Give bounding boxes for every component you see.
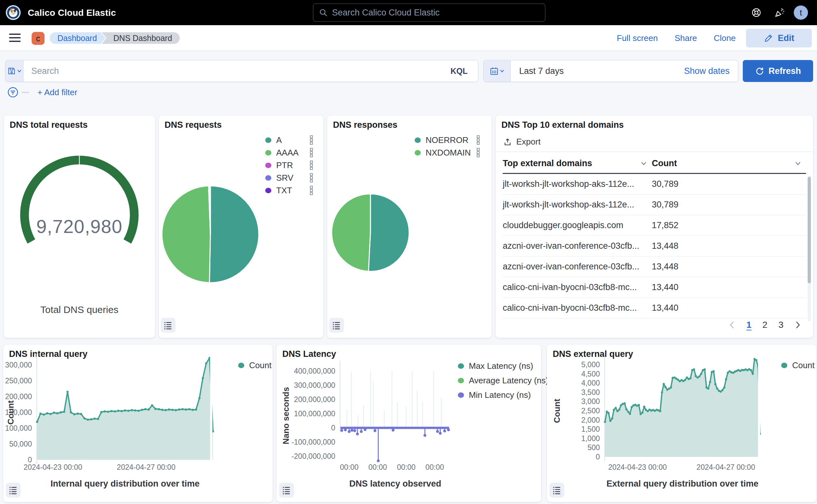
svg-text:2,500: 2,500 [581, 407, 600, 415]
export-button[interactable]: Export [503, 137, 540, 147]
legend-label: PTR [276, 160, 293, 170]
global-search-input[interactable] [332, 8, 539, 18]
menu-button[interactable] [9, 34, 21, 43]
gauge-caption: Total DNS queries [4, 304, 155, 315]
legend-item[interactable]: Max Latency (ns) [458, 361, 549, 370]
gauge-value: 9,720,980 [4, 216, 155, 237]
svg-text:5,000: 5,000 [581, 360, 600, 369]
clone-link[interactable]: Clone [714, 33, 736, 43]
add-filter-link[interactable]: + Add filter [37, 87, 77, 97]
full-screen-link[interactable]: Full screen [617, 33, 658, 43]
next-page-button[interactable] [794, 321, 802, 329]
kql-menu-button[interactable]: KQL [450, 66, 470, 76]
time-range-value[interactable]: Last 7 days [519, 66, 564, 76]
breadcrumb-dashboard[interactable]: Dashboard [50, 32, 101, 44]
calendar-icon [490, 67, 499, 76]
legend-item[interactable]: Count [238, 361, 271, 370]
panel-dns-top-domains: DNS Top 10 external domains Export Top e… [496, 116, 813, 338]
show-dates-link[interactable]: Show dates [684, 66, 730, 76]
saved-query-menu-button[interactable] [5, 60, 24, 82]
column-header-domains[interactable]: Top external domains [503, 157, 652, 170]
svg-text:400,000,000: 400,000,000 [294, 367, 335, 375]
legend-actions-icon[interactable] [309, 186, 314, 195]
panel-dns-external-query: DNS external query 05001,0001,5002,0002,… [547, 345, 816, 502]
count-cell: 17,852 [652, 220, 679, 230]
table-row[interactable]: jlt-worksh-jlt-workshop-aks-112e...30,78… [503, 195, 806, 215]
y-axis-title: Nano seconds [281, 378, 291, 453]
svg-text:00:00: 00:00 [426, 463, 444, 471]
legend-item[interactable]: A [265, 136, 314, 145]
legend-item[interactable]: Count [781, 361, 814, 370]
dns-external-query-chart[interactable]: 05001,0001,5002,0002,5003,0003,5004,0004… [547, 345, 816, 490]
legend-actions-icon[interactable] [476, 148, 480, 157]
svg-text:-100,000,000: -100,000,000 [291, 438, 335, 446]
calico-logo[interactable] [6, 5, 21, 20]
legend-item[interactable]: PTR [265, 161, 314, 170]
table-row[interactable]: azcni-over-ivan-conference-03cfb...13,44… [503, 257, 806, 277]
svg-text:200,000,000: 200,000,000 [294, 395, 335, 404]
legend-item[interactable]: NOERROR [415, 136, 480, 145]
pie-slice-AAAA[interactable] [162, 186, 210, 283]
domain-cell: azcni-over-ivan-conference-03cfb... [503, 241, 652, 251]
filter-icon[interactable] [7, 86, 19, 98]
pie-slice-NXDOMAIN[interactable] [332, 194, 370, 271]
table-header: Top external domains Count [503, 157, 806, 170]
table-row[interactable]: clouddebugger.googleapis.com17,852 [503, 215, 806, 236]
panel-options-button[interactable] [161, 318, 176, 333]
pie-slice-A[interactable] [209, 186, 259, 283]
share-link[interactable]: Share [675, 33, 697, 43]
page-number-3[interactable]: 3 [778, 320, 783, 330]
page-number-1[interactable]: 1 [746, 320, 751, 330]
panel-options-button[interactable] [550, 483, 564, 498]
kql-search-input[interactable] [31, 66, 450, 76]
legend-actions-icon[interactable] [309, 173, 314, 183]
x-axis-title: Internal query distribution over time [37, 479, 213, 489]
chevron-down-icon [794, 160, 802, 167]
column-header-count[interactable]: Count [652, 157, 806, 170]
legend-item[interactable]: SRV [265, 173, 314, 182]
legend-label: Average Latency (ns) [469, 376, 549, 386]
legend-item[interactable]: TXT [265, 186, 314, 195]
news-button[interactable] [772, 5, 787, 20]
legend-item[interactable]: Min Latency (ns) [458, 390, 549, 399]
legend-label: Count [792, 360, 814, 370]
legend-actions-icon[interactable] [309, 148, 314, 157]
table-row[interactable]: jlt-worksh-jlt-workshop-aks-112e...30,78… [503, 174, 806, 195]
date-quick-menu-button[interactable] [484, 60, 511, 82]
page-number-2[interactable]: 2 [762, 320, 768, 330]
global-search[interactable] [313, 4, 545, 22]
panel-dns-responses: DNS responses NOERRORNXDOMAIN [327, 116, 492, 338]
legend-actions-icon[interactable] [309, 160, 314, 170]
svg-text:0: 0 [596, 453, 600, 461]
legend-dot [458, 378, 464, 383]
scrollbar-thumb[interactable] [808, 177, 811, 283]
pie-slice-TXT[interactable] [210, 186, 210, 234]
panel-options-button[interactable] [279, 483, 294, 498]
panel-options-button[interactable] [6, 483, 21, 498]
previous-page-button[interactable] [728, 321, 735, 329]
legend-actions-icon[interactable] [476, 135, 480, 145]
table-row[interactable]: azcni-over-ivan-conference-03cfb...13,44… [503, 236, 806, 257]
domain-cell: jlt-worksh-jlt-workshop-aks-112e... [503, 200, 652, 210]
dns-internal-query-chart[interactable]: 050,000100,000150,000200,000250,000300,0… [3, 345, 273, 490]
svg-text:00:00: 00:00 [340, 463, 358, 471]
legend-label: Max Latency (ns) [469, 361, 533, 371]
table-row[interactable]: calico-cni-ivan-byocni-03cfb8-mc...13,44… [503, 298, 806, 318]
legend-item[interactable]: AAAA [265, 148, 314, 157]
user-avatar[interactable]: t [794, 5, 808, 20]
domain-cell: calico-cni-ivan-byocni-03cfb8-mc... [503, 303, 652, 313]
panel-options-button[interactable] [329, 318, 344, 333]
help-button[interactable] [749, 5, 763, 20]
table-row[interactable]: calico-cni-ivan-byocni-03cfb8-mc...13,44… [503, 277, 806, 298]
pie-slice-NOERROR[interactable] [368, 194, 409, 271]
legend-item[interactable]: NXDOMAIN [415, 148, 480, 157]
legend-item[interactable]: Average Latency (ns) [458, 376, 549, 385]
breadcrumb-dns-dashboard[interactable]: DNS Dashboard [102, 32, 180, 44]
space-badge[interactable]: c [32, 32, 45, 45]
svg-text:300,000: 300,000 [5, 361, 32, 369]
edit-button[interactable]: Edit [746, 29, 812, 47]
panel-title: DNS Top 10 external domains [501, 120, 624, 130]
svg-text:0: 0 [331, 424, 335, 432]
legend-actions-icon[interactable] [309, 135, 314, 145]
refresh-button[interactable]: Refresh [743, 60, 813, 82]
